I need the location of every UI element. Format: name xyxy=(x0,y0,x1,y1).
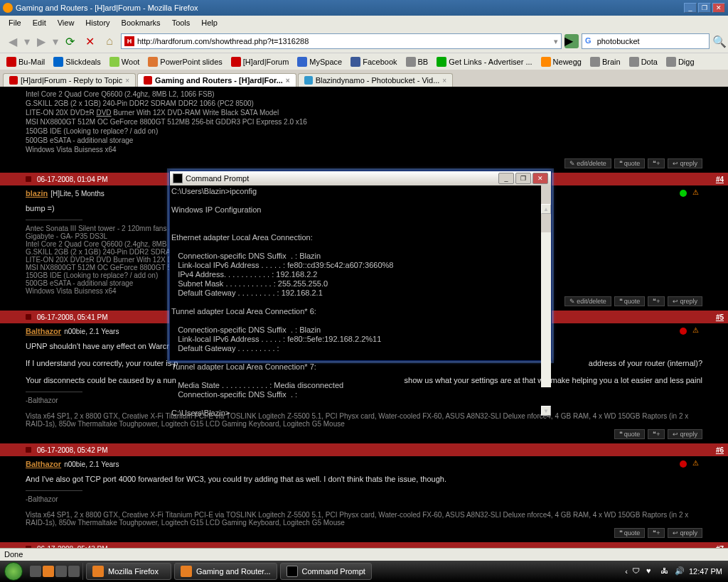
edit-button[interactable]: ✎ edit/delete xyxy=(564,296,611,306)
bookmark-facebook[interactable]: Facebook xyxy=(347,55,400,68)
command-prompt-window[interactable]: Command Prompt _ ❐ ✕ C:\Users\Blazin>ipc… xyxy=(169,171,552,361)
menu-history[interactable]: History xyxy=(80,18,115,27)
quote-button[interactable]: ❝ quote xyxy=(614,429,646,439)
url-dropdown-icon[interactable]: ▾ xyxy=(554,37,558,46)
bookmark-myspace[interactable]: MySpace xyxy=(294,55,346,68)
bm-icon xyxy=(6,57,16,67)
back-button[interactable]: ◀ xyxy=(4,33,21,50)
minimize-button[interactable]: _ xyxy=(684,3,697,13)
report-icon[interactable]: ⚠ xyxy=(692,188,702,198)
scroll-down-icon[interactable]: ▼ xyxy=(541,406,551,416)
bookmark-ppt[interactable]: PowerPoint slides xyxy=(144,55,225,68)
post-number[interactable]: #4 xyxy=(716,176,724,183)
start-button[interactable] xyxy=(0,561,27,582)
bookmark-getlinks[interactable]: Get Links - Advertiser ... xyxy=(433,55,535,68)
tray-network-icon[interactable]: 🖧 xyxy=(660,566,670,576)
stop-button[interactable]: ✕ xyxy=(81,33,98,50)
tray-icon[interactable]: 🛡 xyxy=(632,566,642,576)
cmd-scrollbar[interactable]: ▲ ▼ xyxy=(541,185,551,360)
username-link[interactable]: Balthazor xyxy=(26,460,61,468)
cmd-minimize-button[interactable]: _ xyxy=(498,173,514,184)
maximize-button[interactable]: ❐ xyxy=(698,3,711,13)
bookmark-hardforum[interactable]: [H]ard|Forum xyxy=(228,55,293,68)
tray-icon[interactable]: ♥ xyxy=(646,566,656,576)
menu-tools[interactable]: Tools xyxy=(166,18,196,27)
taskbar-gaming[interactable]: Gaming and Router... xyxy=(174,563,277,580)
tab-close-icon[interactable]: × xyxy=(442,77,446,85)
scroll-up-icon[interactable]: ▲ xyxy=(541,204,551,214)
cmd-titlebar[interactable]: Command Prompt _ ❐ ✕ xyxy=(170,171,551,185)
post-number[interactable]: #5 xyxy=(716,313,724,321)
bookmark-slickdeals[interactable]: Slickdeals xyxy=(50,55,105,68)
close-button[interactable]: ✕ xyxy=(712,3,725,13)
tray-volume-icon[interactable]: 🔊 xyxy=(675,566,685,576)
ql-icon[interactable] xyxy=(68,566,80,577)
status-bar: Done xyxy=(0,548,728,561)
search-box[interactable]: G xyxy=(582,33,710,49)
go-button[interactable]: ▶ xyxy=(564,34,579,48)
username-link[interactable]: blazin xyxy=(26,189,48,198)
multi-quote-button[interactable]: ❝+ xyxy=(648,158,665,168)
taskbar-firefox[interactable]: Mozilla Firefox xyxy=(86,563,171,580)
qreply-button[interactable]: ↩ qreply xyxy=(668,528,702,538)
bm-icon xyxy=(629,57,639,67)
taskbar-cmd[interactable]: Command Prompt xyxy=(280,563,372,580)
tab-reply[interactable]: [H]ard|Forum - Reply to Topic× xyxy=(3,73,136,87)
ql-icon[interactable] xyxy=(55,566,67,577)
bookmark-bumail[interactable]: Bu-Mail xyxy=(3,55,48,68)
clock[interactable]: 12:47 PM xyxy=(689,567,722,576)
ql-icon[interactable] xyxy=(30,566,41,577)
multi-quote-button[interactable]: ❝+ xyxy=(648,429,665,439)
google-icon: G xyxy=(585,36,594,46)
post-number[interactable]: #6 xyxy=(716,446,724,454)
app-icon xyxy=(181,566,192,577)
edit-button[interactable]: ✎ edit/delete xyxy=(564,158,611,168)
report-icon[interactable]: ⚠ xyxy=(692,326,702,336)
quote-button[interactable]: ❝ quote xyxy=(614,158,646,168)
signature: -Balthazor Vista x64 SP1, 2 x 8800 GTX, … xyxy=(0,490,728,527)
search-input[interactable] xyxy=(597,37,706,45)
ql-firefox-icon[interactable] xyxy=(43,566,54,577)
scroll-track[interactable] xyxy=(541,232,551,387)
back-dropdown-icon[interactable]: ▾ xyxy=(24,35,30,48)
cmd-maximize-button[interactable]: ❐ xyxy=(515,173,531,184)
reload-button[interactable]: ⟳ xyxy=(61,33,78,50)
quote-button[interactable]: ❝ quote xyxy=(614,296,646,306)
forward-button[interactable]: ▶ xyxy=(33,33,50,50)
bookmark-woot[interactable]: Woot xyxy=(106,55,143,68)
unread-icon xyxy=(26,176,31,182)
menu-edit[interactable]: Edit xyxy=(27,18,52,27)
menu-file[interactable]: File xyxy=(3,18,27,27)
url-bar[interactable]: H http://hardforum.com/showthread.php?t=… xyxy=(121,33,562,49)
cmd-icon xyxy=(287,566,298,577)
tab-photobucket[interactable]: Blazindynamo - Photobucket - Vid...× xyxy=(298,73,454,87)
bookmark-digg[interactable]: Digg xyxy=(663,55,698,68)
bm-icon xyxy=(590,57,600,67)
bookmarks-toolbar: Bu-Mail Slickdeals Woot PowerPoint slide… xyxy=(0,53,728,70)
menu-bookmarks[interactable]: Bookmarks xyxy=(116,18,166,27)
qreply-button[interactable]: ↩ qreply xyxy=(668,296,702,306)
qreply-button[interactable]: ↩ qreply xyxy=(668,429,702,439)
multi-quote-button[interactable]: ❝+ xyxy=(648,528,665,538)
bookmark-bb[interactable]: BB xyxy=(402,55,432,68)
menubar: File Edit View History Bookmarks Tools H… xyxy=(0,16,728,30)
search-go-icon[interactable]: 🔍 xyxy=(712,35,724,48)
bookmark-dota[interactable]: Dota xyxy=(626,55,661,68)
tray-expand-icon[interactable]: ‹ xyxy=(625,567,628,576)
bookmark-newegg[interactable]: Newegg xyxy=(537,55,585,68)
tab-gaming-routers[interactable]: Gaming and Routers - [H]ard|For...× xyxy=(137,73,296,87)
tab-close-icon[interactable]: × xyxy=(286,77,290,85)
multi-quote-button[interactable]: ❝+ xyxy=(648,296,665,306)
report-icon[interactable]: ⚠ xyxy=(692,459,702,469)
username-link[interactable]: Balthazor xyxy=(26,327,61,335)
menu-view[interactable]: View xyxy=(52,18,80,27)
cmd-close-button[interactable]: ✕ xyxy=(532,173,548,184)
fwd-dropdown-icon[interactable]: ▾ xyxy=(53,35,58,48)
bookmark-brain[interactable]: Brain xyxy=(587,55,624,68)
menu-help[interactable]: Help xyxy=(196,18,223,27)
home-button[interactable]: ⌂ xyxy=(101,33,118,50)
qreply-button[interactable]: ↩ qreply xyxy=(668,158,702,168)
cmd-output[interactable]: C:\Users\Blazin>ipconfig Windows IP Conf… xyxy=(170,185,551,360)
tab-close-icon[interactable]: × xyxy=(125,77,129,85)
quote-button[interactable]: ❝ quote xyxy=(614,528,646,538)
